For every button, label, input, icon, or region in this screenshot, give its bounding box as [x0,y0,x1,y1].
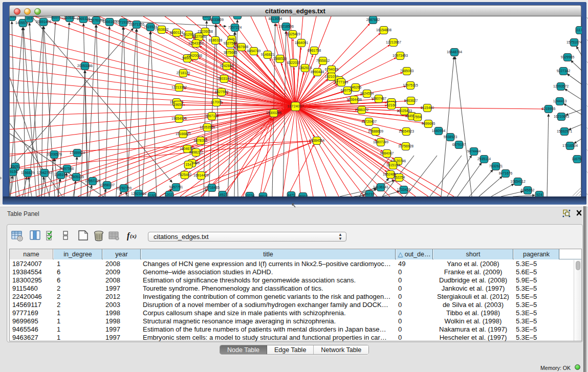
svg-text:9242845: 9242845 [220,64,234,68]
svg-text:7955812: 7955812 [316,59,330,62]
svg-text:16033809: 16033809 [208,18,224,21]
svg-text:15716485: 15716485 [204,186,220,189]
svg-text:9245652: 9245652 [521,188,535,192]
svg-text:12213382: 12213382 [171,85,187,89]
svg-text:1440954: 1440954 [432,129,446,133]
svg-text:7594: 7594 [413,115,421,119]
svg-text:19300295: 19300295 [266,111,281,115]
svg-text:9329965: 9329965 [561,55,575,59]
svg-text:16782759: 16782759 [116,186,132,190]
svg-text:154: 154 [185,163,191,166]
svg-text:16671355: 16671355 [129,23,144,26]
svg-text:19654925: 19654925 [171,117,187,120]
svg-text:1244413: 1244413 [553,99,567,103]
svg-text:10973493: 10973493 [393,54,408,57]
svg-text:7986372: 7986372 [355,108,369,112]
svg-text:6466160: 6466160 [103,20,117,24]
svg-text:746266: 746266 [350,85,362,89]
svg-text:12353594: 12353594 [200,125,215,129]
svg-text:12093572: 12093572 [553,84,569,88]
svg-text:99233: 99233 [365,192,375,196]
svg-text:62160: 62160 [387,103,397,107]
svg-text:8427552: 8427552 [215,90,229,94]
svg-text:10958107: 10958107 [99,183,115,187]
svg-text:(x): (x) [130,233,137,239]
svg-text:12923466: 12923466 [131,192,146,195]
svg-text:8471676: 8471676 [499,171,513,175]
svg-text:10654112: 10654112 [510,180,526,183]
svg-text:16914479: 16914479 [193,173,209,177]
svg-text:7632621: 7632621 [489,164,503,168]
svg-text:9397566: 9397566 [60,167,74,170]
svg-text:20364436: 20364436 [346,98,362,101]
svg-text:19218506: 19218506 [278,25,294,28]
svg-text:20053346: 20053346 [77,64,93,68]
svg-text:1145194: 1145194 [54,173,68,177]
svg-text:9457791: 9457791 [169,185,183,189]
svg-text:19384554: 19384554 [309,139,324,142]
svg-text:2803144: 2803144 [217,77,231,80]
svg-text:9084067: 9084067 [380,151,394,155]
svg-text:3267110: 3267110 [205,114,219,118]
svg-text:1156829: 1156829 [21,171,34,174]
svg-text:116753: 116753 [572,157,582,161]
svg-text:10807487: 10807487 [371,97,386,100]
svg-text:7357224: 7357224 [228,26,242,29]
svg-text:15276102: 15276102 [89,18,104,22]
svg-text:11325419: 11325419 [285,32,300,36]
svg-text:2935114: 2935114 [477,157,491,161]
svg-text:9146821: 9146821 [261,53,275,56]
svg-text:12021: 12021 [165,193,175,196]
svg-text:3875685: 3875685 [224,51,237,54]
svg-text:6794028: 6794028 [325,68,339,71]
svg-text:18724007: 18724007 [287,104,304,108]
svg-text:19654923: 19654923 [399,129,414,133]
svg-text:8454749: 8454749 [247,49,261,53]
svg-text:1733426: 1733426 [397,188,411,191]
svg-text:8186328: 8186328 [209,38,223,42]
svg-text:19654: 19654 [173,103,183,106]
svg-text:9463627: 9463627 [404,99,418,102]
svg-text:6322037: 6322037 [287,61,301,64]
svg-text:6961758: 6961758 [308,49,321,52]
svg-text:17359924: 17359924 [70,151,85,155]
svg-text:252254: 252254 [394,176,405,179]
svg-text:110531: 110531 [64,16,75,19]
svg-text:9115460: 9115460 [421,106,434,110]
svg-text:2087682: 2087682 [366,18,380,21]
svg-text:6107: 6107 [52,16,59,19]
svg-text:1362615: 1362615 [298,66,312,70]
svg-text:5938923: 5938923 [444,135,458,139]
svg-text:10688609: 10688609 [368,129,383,133]
svg-text:12213967: 12213967 [386,40,401,44]
svg-text:7357: 7357 [233,16,241,17]
svg-text:20691406: 20691406 [36,20,51,24]
svg-text:12942737: 12942737 [37,171,52,174]
svg-text:14136141: 14136141 [373,185,388,189]
svg-text:9327506: 9327506 [192,35,206,38]
svg-text:117005: 117005 [211,100,222,104]
svg-text:10756928: 10756928 [398,144,413,148]
svg-text:6879197: 6879197 [452,143,466,146]
svg-text:19166827: 19166827 [176,132,191,136]
svg-text:16648784: 16648784 [447,50,462,54]
svg-text:15751074: 15751074 [567,40,582,44]
svg-text:14923: 14923 [218,193,228,196]
svg-text:8990448: 8990448 [311,70,324,74]
svg-text:12505135: 12505135 [69,175,84,179]
svg-text:10543362: 10543362 [188,41,204,45]
svg-text:9327508: 9327508 [224,41,237,45]
svg-text:10491: 10491 [10,16,17,18]
svg-text:2718120: 2718120 [177,71,190,75]
svg-text:15720407: 15720407 [361,120,377,123]
svg-text:924: 924 [536,193,542,196]
svg-text:17016504: 17016504 [562,144,578,147]
svg-text:1615152: 1615152 [386,163,400,167]
svg-text:1864091: 1864091 [295,41,309,45]
svg-text:8813054: 8813054 [269,17,282,20]
svg-text:9227342: 9227342 [557,69,571,73]
svg-text:22420046: 22420046 [187,54,202,57]
svg-text:2367608: 2367608 [235,45,249,49]
svg-text:20206576: 20206576 [47,152,62,156]
svg-text:39159: 39159 [10,170,18,173]
